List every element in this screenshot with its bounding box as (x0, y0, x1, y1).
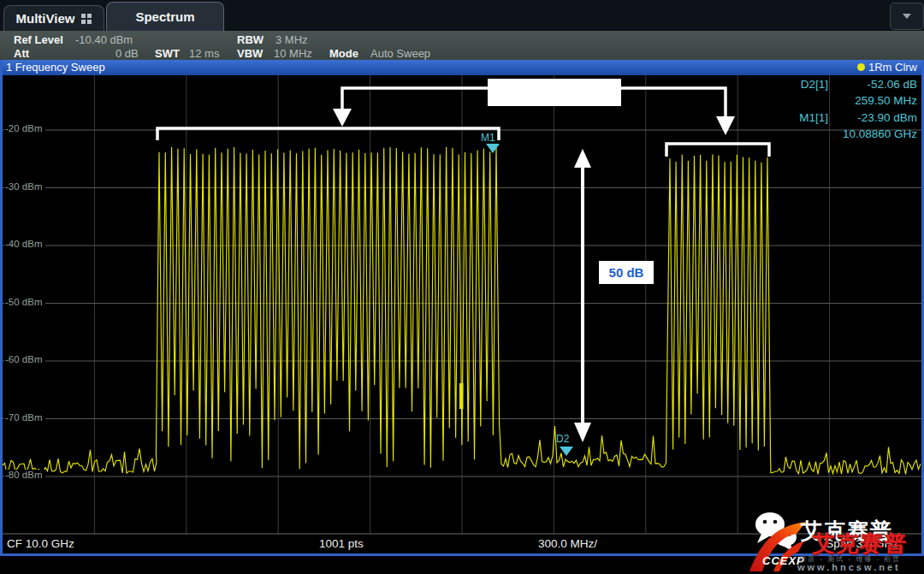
y-axis-tick-label: -80 dBm (4, 470, 45, 480)
arrow-down-right-icon (716, 116, 735, 135)
center-frequency-field[interactable]: CF 10.0 GHz (7, 537, 74, 550)
marker-d2-tag: D2 (556, 433, 569, 445)
chevron-down-icon (903, 14, 911, 19)
tab-bar: MultiView Spectrum (0, 0, 924, 31)
y-axis-tick-label: -20 dBm (4, 123, 45, 133)
tab-overflow-button[interactable] (890, 3, 924, 30)
marker-m1-freq: 10.08860 GHz (843, 127, 917, 140)
marker-m1-name[interactable]: M1[1] (799, 111, 828, 124)
sweep-points-field[interactable]: 1001 pts (319, 537, 364, 550)
ref-level-value[interactable]: -10.40 dBm (75, 33, 133, 46)
trace-bright-segment (459, 383, 464, 409)
arrow-down-left-icon (333, 109, 352, 127)
delta-50db-label: 50 dB (599, 261, 654, 284)
marker-d2-freq: 259.50 MHz (855, 94, 917, 107)
marker-d2-level: -52.06 dB (867, 78, 917, 91)
window-title: 1 Frequency Sweep (6, 61, 105, 74)
trace-indicator[interactable]: 1Rm Clrw (857, 61, 917, 74)
trace-indicator-label: 1Rm Clrw (868, 61, 917, 74)
arrow-up-icon (574, 149, 591, 168)
vbw-label: VBW (237, 47, 263, 60)
arrow-down-icon (574, 423, 591, 442)
y-axis-tick-label: -50 dBm (4, 297, 45, 307)
marker-d2-name[interactable]: D2[1] (801, 78, 828, 91)
tab-multiview-label: MultiView (16, 11, 75, 26)
rbw-value[interactable]: 3 MHz (275, 33, 308, 46)
att-label: Att (14, 47, 29, 60)
rbw-label: RBW (237, 33, 264, 46)
ref-level-label: Ref Level (14, 33, 63, 46)
marker-m1-triangle-icon[interactable] (486, 144, 500, 153)
y-axis-tick-label: -60 dBm (4, 354, 45, 364)
vbw-value[interactable]: 10 MHz (274, 47, 312, 60)
trace-1-line (3, 147, 921, 475)
tab-spectrum-label: Spectrum (135, 9, 194, 24)
spectrum-plot (0, 0, 924, 574)
callout-line-left (342, 88, 488, 109)
watermark-url: www.hncsw.net (797, 562, 901, 572)
swt-value[interactable]: 12 ms (189, 47, 219, 60)
att-value[interactable]: 0 dB (116, 47, 139, 60)
y-axis-tick-label: -30 dBm (4, 181, 45, 192)
y-axis-tick-label: -40 dBm (4, 239, 45, 249)
bracket-right-block (666, 144, 769, 157)
annotation-overlay (0, 0, 924, 574)
trace1-color-dot-icon (857, 63, 865, 71)
sweep-settings-header: Ref Level -10.40 dBm RBW 3 MHz Att 0 dB … (0, 31, 924, 60)
per-division-field[interactable]: 300.0 MHz/ (538, 537, 597, 550)
swt-label: SWT (155, 47, 180, 60)
delta-50db-text: 50 dB (609, 265, 644, 280)
window-frame-left (0, 60, 3, 556)
mode-label: Mode (329, 47, 358, 60)
callout-box (488, 79, 621, 106)
window-title-bar[interactable] (0, 60, 924, 75)
mode-value[interactable]: Auto Sweep (370, 47, 430, 60)
y-axis-tick-label: -70 dBm (4, 412, 45, 423)
callout-line-right (621, 88, 726, 117)
marker-m1-level: -23.90 dBm (857, 111, 917, 124)
tab-multiview[interactable]: MultiView (3, 5, 104, 31)
bracket-left-block (157, 128, 499, 140)
marker-m1-tag: M1 (481, 132, 495, 144)
multiview-grid-icon (81, 14, 92, 24)
marker-d2-triangle-icon[interactable] (560, 447, 573, 456)
tab-spectrum[interactable]: Spectrum (106, 2, 224, 31)
